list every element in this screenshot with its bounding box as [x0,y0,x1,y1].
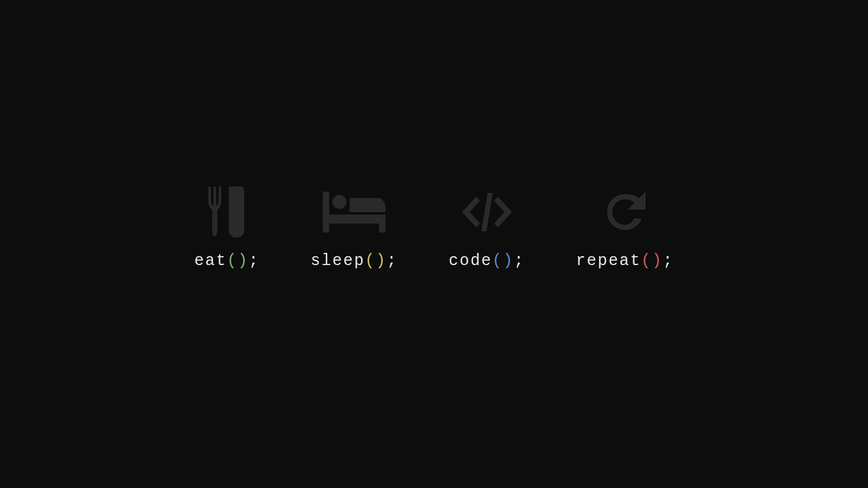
fn-name-repeat: repeat [576,252,641,270]
parens-repeat: () [641,252,663,270]
svg-rect-2 [329,215,385,224]
sleep-icon [323,187,385,238]
svg-point-1 [332,195,346,209]
code-icon [458,187,516,238]
eat-icon [207,187,247,238]
parens-eat: () [227,252,249,270]
item-sleep: sleep(); [311,187,398,270]
parens-code: () [492,252,514,270]
repeat-icon [602,187,648,238]
svg-rect-3 [379,224,385,233]
semicolon-sleep: ; [387,252,398,270]
item-repeat: repeat(); [576,187,674,270]
svg-rect-0 [323,192,329,233]
item-eat: eat(); [194,187,260,270]
label-sleep: sleep(); [311,252,398,270]
label-code: code(); [449,252,525,270]
semicolon-eat: ; [249,252,260,270]
fn-name-eat: eat [194,252,227,270]
fn-name-code: code [449,252,492,270]
main-container: eat(); sleep(); [194,187,674,270]
label-repeat: repeat(); [576,252,674,270]
label-eat: eat(); [194,252,260,270]
semicolon-code: ; [514,252,525,270]
parens-sleep: () [365,252,387,270]
semicolon-repeat: ; [663,252,674,270]
fn-name-sleep: sleep [311,252,365,270]
item-code: code(); [449,187,525,270]
